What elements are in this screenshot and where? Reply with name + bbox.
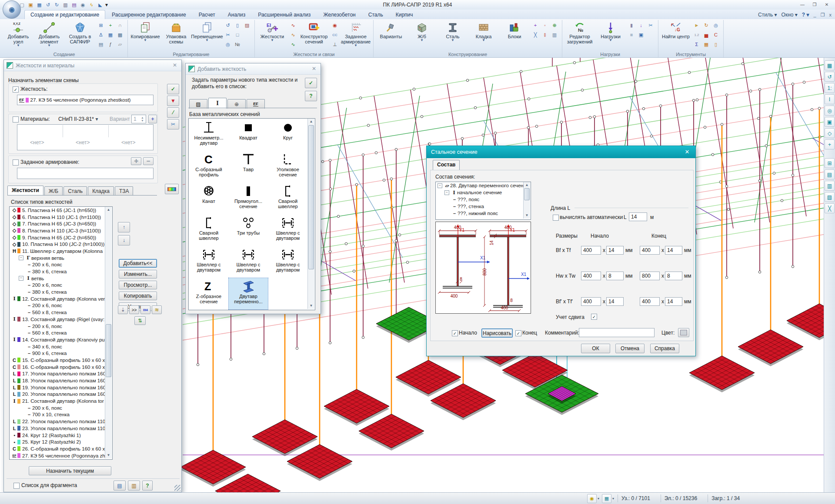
stiffness-list-item[interactable]: L22. Уголок параллельно полкам 110 bbox=[10, 418, 112, 425]
size-input[interactable]: 400 bbox=[581, 297, 601, 306]
ribbon-button-кладка[interactable]: Кладка▼ bbox=[469, 21, 498, 42]
refresh-button[interactable]: ⇅ bbox=[134, 316, 146, 325]
tree-item[interactable]: −Iначальное сечение bbox=[436, 189, 531, 196]
ribbon-button-конструктор-сечений[interactable]: Конструктор сечений bbox=[300, 21, 328, 45]
remove-reinforcement-button[interactable]: ━ bbox=[143, 157, 154, 165]
frame-icon[interactable]: ⊞ bbox=[97, 21, 105, 30]
stiffness-list-item[interactable]: L17. Уголок параллельно полкам 160 bbox=[10, 371, 112, 378]
isometry-icon[interactable]: ◣ bbox=[97, 1, 104, 8]
stamp-icon[interactable]: ▱ bbox=[116, 40, 124, 49]
view-tool-5-icon[interactable]: ▣ bbox=[825, 117, 835, 127]
stiffness-list-item[interactable]: –340 x 6, пояс bbox=[10, 343, 112, 350]
section-cell-varibeam[interactable]: Двутаврпеременно... bbox=[229, 278, 268, 309]
copyload-icon[interactable]: ▣ bbox=[637, 30, 645, 39]
app-logo-icon[interactable]: ◉ bbox=[3, 0, 21, 19]
end-checkbox[interactable]: ✓ bbox=[515, 330, 521, 336]
tree-item[interactable]: –???, нижний пояс bbox=[436, 210, 531, 217]
tab-plate-sections[interactable]: ▨ bbox=[189, 99, 207, 109]
stiffness-list-item[interactable]: ●25. Круг 12 (Rastyazhki 2) bbox=[10, 438, 112, 445]
dialog-title-bar[interactable]: Стальное сечение ✕ bbox=[427, 146, 695, 158]
view-tool-8-icon[interactable]: ⊞ bbox=[825, 158, 835, 168]
section-cell-rect[interactable]: Прямоугол...сечение bbox=[229, 183, 268, 214]
close-button[interactable]: ✕ bbox=[821, 1, 832, 8]
cc-icon[interactable]: СС bbox=[331, 30, 339, 39]
tab-sostav[interactable]: Состав bbox=[433, 160, 460, 170]
ribbon-button-перемещение[interactable]: Перемещение▼ bbox=[193, 21, 221, 42]
joint-icon[interactable]: ⊕ bbox=[550, 21, 559, 30]
start-checkbox[interactable]: ✓ bbox=[452, 330, 458, 336]
section-tree[interactable]: −▱28. Двутавр переменного сечения−Iначал… bbox=[435, 182, 531, 220]
stiffness-tab-тза[interactable]: ТЗА bbox=[115, 186, 133, 196]
stiffness-list-item[interactable]: –200 x 6, пояс bbox=[10, 302, 112, 309]
ribbon-button-упаковка-схемы[interactable]: Упаковка схемы bbox=[162, 21, 190, 45]
truss-icon[interactable]: Δ bbox=[97, 30, 105, 39]
stiffness-list-item[interactable]: I21. Составной двутавр (Kolonna tor bbox=[10, 398, 112, 405]
section-cell-chani[interactable]: Швеллер сдвутавром bbox=[189, 246, 228, 278]
section-cell-circle[interactable]: Круг bbox=[268, 119, 307, 151]
confirm-assign-button[interactable]: ✓ bbox=[167, 84, 179, 94]
fragment-list-checkbox[interactable] bbox=[13, 483, 20, 489]
reinforcement-checkbox[interactable] bbox=[13, 159, 19, 166]
view-tool-6-icon[interactable]: ◇ bbox=[825, 128, 835, 138]
section-cell-tee[interactable]: Тавр bbox=[229, 151, 268, 182]
stiffness-tab-ж/б[interactable]: Ж/Б bbox=[44, 186, 63, 196]
stiffness-list-item[interactable]: –380 x 6, стенка bbox=[10, 288, 112, 295]
cchart-icon[interactable]: С bbox=[711, 30, 720, 39]
reinforcement-field[interactable] bbox=[17, 168, 154, 179]
ribbon-button-сталь[interactable]: Сталь▼ bbox=[438, 21, 467, 42]
dialog-title-bar[interactable]: Добавить жесткость ✕ bbox=[186, 63, 321, 75]
frag-icon[interactable]: □ bbox=[233, 30, 242, 39]
view-tool-11-icon[interactable]: ▧ bbox=[825, 192, 835, 202]
ribbon-tab-железобетон[interactable]: Железобетон bbox=[317, 10, 361, 19]
hist-icon[interactable]: ▅ bbox=[702, 30, 711, 39]
close-icon[interactable]: ✕ bbox=[310, 66, 318, 73]
building-icon[interactable]: ▤ bbox=[97, 40, 105, 49]
zoom-icon[interactable]: ◎ bbox=[224, 40, 232, 49]
length-input[interactable]: 14 bbox=[629, 212, 647, 221]
rotate-icon[interactable]: ↺ bbox=[224, 21, 232, 30]
ribbon-button-редактор-загружений[interactable]: №Редактор загружений bbox=[565, 21, 594, 45]
close-icon[interactable]: ✕ bbox=[171, 62, 179, 69]
ribbon-button-ж/б[interactable]: Ж/б▼ bbox=[407, 21, 436, 42]
stiffness-list-item[interactable]: L23. Уголок параллельно полкам 110 bbox=[10, 425, 112, 432]
stiffness-list-item[interactable]: EF27. КЭ 56 численное (Pogonnaya zh bbox=[10, 452, 112, 459]
materials-checkbox[interactable] bbox=[13, 116, 19, 123]
plate-icon[interactable]: ▦ bbox=[106, 30, 115, 39]
scissors-icon[interactable]: ✂ bbox=[224, 30, 232, 39]
tree-scrollbar[interactable]: ▲ ▼ bbox=[523, 182, 530, 219]
tree-expander-icon[interactable]: − bbox=[438, 183, 442, 188]
numeric-view-button[interactable]: 0Ι4 bbox=[140, 305, 150, 314]
ribbon-button-создать-в-сапфир[interactable]: Создать в САПФИР bbox=[66, 21, 94, 45]
view-tool-3-icon[interactable]: Ι bbox=[825, 94, 835, 104]
erase-icon[interactable]: ▨ bbox=[243, 21, 251, 30]
section-cell-chani[interactable]: Швеллер сдвутавром bbox=[229, 246, 268, 278]
undo-icon[interactable]: ↺ bbox=[44, 1, 52, 8]
dome-icon[interactable]: ∩ bbox=[116, 21, 124, 30]
stiffness-list-item[interactable]: L20. Уголок параллельно полкам 160 bbox=[10, 391, 112, 398]
tree-item[interactable]: –???, пояс bbox=[436, 196, 531, 203]
spring2-icon[interactable]: ∿ bbox=[289, 30, 297, 39]
paste-list-button[interactable]: ▥ bbox=[128, 481, 140, 491]
anchor-icon[interactable]: ⊥ bbox=[331, 40, 339, 49]
stiffness-list-item[interactable]: Ħ11. Швеллер с двутавром (Kolonna bbox=[10, 248, 112, 255]
pivot-icon[interactable]: + bbox=[106, 21, 115, 30]
shear-checkbox[interactable]: ✓ bbox=[591, 314, 597, 320]
stiffness-list-item[interactable]: I14. Составной двутавр (Kranoviy pu bbox=[10, 336, 112, 343]
list-button-1[interactable]: Изменить... bbox=[119, 270, 157, 279]
brace-icon[interactable]: ╳ bbox=[531, 30, 540, 39]
lightning-icon[interactable]: ϟ bbox=[88, 1, 95, 8]
stiffness-list-item[interactable]: C26. С-образный профиль 160 x 60 x bbox=[10, 445, 112, 452]
section-cell-wchan[interactable]: Сварнойшвеллер bbox=[189, 215, 228, 246]
size-input[interactable]: 14 bbox=[665, 246, 682, 255]
tree-expander-icon[interactable]: − bbox=[444, 190, 449, 195]
stiffness-list-item[interactable]: –560 x 8, стенка bbox=[10, 309, 112, 316]
materials-table[interactable] bbox=[17, 124, 154, 150]
spring3-icon[interactable]: ∿ bbox=[289, 40, 297, 49]
close-icon[interactable]: ✕ bbox=[683, 149, 691, 156]
barrel-icon[interactable]: ▮ bbox=[627, 21, 636, 30]
pq-icon[interactable]: ▯ bbox=[711, 40, 720, 49]
stiffness-list-item[interactable]: ◇7. Пластина Н 65 (JC-3 (h=650)) bbox=[10, 220, 112, 227]
dist-icon[interactable]: ↓ bbox=[637, 21, 645, 30]
size-input[interactable]: 8 bbox=[606, 272, 624, 280]
size-input[interactable]: 400 bbox=[640, 297, 660, 306]
